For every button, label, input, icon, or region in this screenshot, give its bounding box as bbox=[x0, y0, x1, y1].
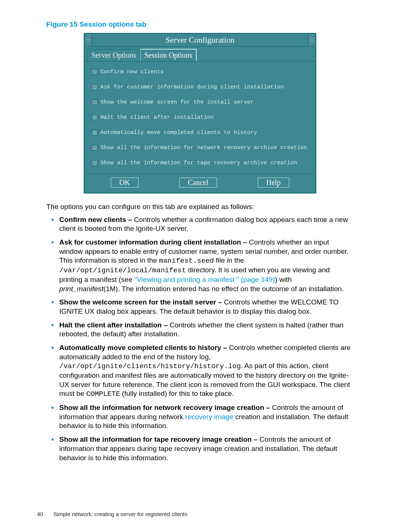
tab-server-options[interactable]: Server Options bbox=[87, 49, 140, 61]
list-item: Show all the information for network rec… bbox=[59, 403, 354, 431]
ok-button[interactable]: OK bbox=[111, 178, 139, 188]
option-show-network-recovery: ✓ Show all the information for network r… bbox=[92, 145, 308, 151]
option-label: Confirm new clients bbox=[100, 69, 164, 75]
item-title: Automatically move completed clients to … bbox=[59, 344, 227, 351]
list-item: Show the welcome screen for the install … bbox=[59, 298, 354, 316]
checkbox-icon[interactable]: ✓ bbox=[92, 100, 97, 105]
option-label: Automatically move completed clients to … bbox=[100, 129, 257, 136]
page-number: 40 bbox=[37, 511, 52, 517]
option-label: Show the welcome screen for the install … bbox=[100, 99, 254, 105]
option-ask-customer-info: ✓ Ask for customer information during cl… bbox=[92, 84, 308, 90]
list-item: Show all the information for tape recove… bbox=[59, 435, 354, 462]
glossary-link[interactable]: recovery image bbox=[185, 413, 233, 421]
checkbox-icon[interactable]: ✓ bbox=[92, 145, 97, 151]
item-title: Show the welcome screen for the install … bbox=[59, 298, 222, 306]
option-auto-move-history: Automatically move completed clients to … bbox=[92, 129, 308, 136]
code-text: /var/opt/ignite/clients/history/history.… bbox=[59, 362, 241, 370]
tab-session-options[interactable]: Session Options bbox=[140, 49, 197, 61]
list-item: Automatically move completed clients to … bbox=[59, 343, 354, 399]
list-item: Confirm new clients – Controls whether a… bbox=[59, 215, 354, 233]
item-title: Show all the information for tape recove… bbox=[59, 435, 257, 443]
checkbox-icon[interactable] bbox=[92, 130, 97, 135]
option-confirm-new-clients: ✓ Confirm new clients bbox=[92, 69, 308, 75]
item-title: Halt the client after installation – bbox=[59, 321, 167, 329]
window-title: Server Configuration bbox=[92, 34, 308, 46]
option-halt-client: Halt the client after installation bbox=[92, 114, 308, 121]
option-label: Show all the information for network rec… bbox=[100, 145, 307, 151]
titlebar: — Server Configuration □ bbox=[84, 34, 316, 47]
maximize-icon[interactable]: □ bbox=[308, 34, 316, 46]
item-text: (1M). The information entered has no eff… bbox=[103, 285, 344, 293]
system-menu-icon[interactable]: — bbox=[84, 34, 92, 46]
option-show-tape-recovery: ✓ Show all the information for tape reco… bbox=[92, 160, 308, 166]
help-button[interactable]: Help bbox=[258, 178, 289, 188]
italic-text: print_manifest bbox=[59, 285, 103, 293]
cancel-button[interactable]: Cancel bbox=[179, 178, 217, 188]
cross-ref-link[interactable]: "Viewing and printing a manifest " (page… bbox=[134, 276, 275, 283]
item-text: ) with bbox=[275, 276, 291, 283]
checkbox-icon[interactable]: ✓ bbox=[92, 69, 97, 75]
intro-text: The options you can configure on this ta… bbox=[46, 202, 354, 212]
item-title: Ask for customer information during clie… bbox=[59, 238, 247, 246]
list-item: Halt the client after installation – Con… bbox=[59, 321, 354, 339]
item-title: Confirm new clients – bbox=[59, 216, 132, 223]
chapter-title: Simple network: creating a server for re… bbox=[53, 511, 187, 517]
checkbox-icon[interactable]: ✓ bbox=[92, 160, 97, 166]
figure-caption: Figure 15 Session options tab bbox=[46, 20, 354, 28]
option-show-welcome: ✓ Show the welcome screen for the instal… bbox=[92, 99, 308, 105]
option-label: Halt the client after installation bbox=[100, 114, 214, 121]
checkbox-icon[interactable] bbox=[92, 115, 97, 120]
list-item: Ask for customer information during clie… bbox=[59, 238, 354, 293]
tab-strip: Server Options Session Options bbox=[84, 47, 316, 61]
button-bar: OK Cancel Help bbox=[84, 174, 316, 193]
option-descriptions: Confirm new clients – Controls whether a… bbox=[46, 215, 354, 463]
code-text: /var/opt/ignite/local/manifest bbox=[59, 266, 186, 275]
item-text: (fully installed) for this to take place… bbox=[120, 390, 234, 397]
options-panel: ✓ Confirm new clients ✓ Ask for customer… bbox=[84, 61, 316, 174]
option-label: Ask for customer information during clie… bbox=[100, 84, 284, 90]
checkbox-icon[interactable]: ✓ bbox=[92, 84, 97, 90]
code-text: manifest.seed bbox=[159, 257, 214, 265]
code-text: COMPLETE bbox=[86, 390, 120, 398]
item-text: file in the bbox=[214, 256, 244, 264]
item-title: Show all the information for network rec… bbox=[59, 404, 270, 411]
option-label: Show all the information for tape recove… bbox=[100, 160, 297, 166]
server-config-dialog: — Server Configuration □ Server Options … bbox=[84, 33, 316, 193]
page-footer: 40 Simple network: creating a server for… bbox=[37, 511, 187, 517]
